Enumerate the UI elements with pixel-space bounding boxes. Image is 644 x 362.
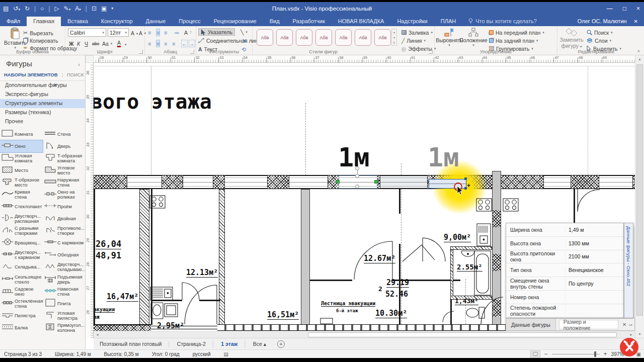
shape-data-row[interactable]: Высота окна1300 мм <box>506 237 623 250</box>
decrease-indent-icon[interactable]: ← <box>181 40 188 47</box>
tab-size-position[interactable]: Размер и положение <box>559 320 618 329</box>
shape-style-swatch[interactable]: Абв <box>296 29 312 46</box>
shape-master-opening[interactable]: Проём <box>43 201 86 213</box>
shape-data-side-tab[interactable]: Данные фигуры - Окно.452 <box>624 223 633 318</box>
underline-button[interactable]: Ч <box>85 40 88 47</box>
status-item-4[interactable]: Угол: 0 град <box>152 351 180 357</box>
paragraph-dialog-launcher-icon[interactable] <box>190 50 194 54</box>
panel-tab-stencils[interactable]: НАБОРЫ ЭЛЕМЕНТОВ <box>4 72 58 77</box>
shape-master-exterior-wall[interactable]: Наружная стена <box>43 176 86 189</box>
qat-more-icon[interactable]: ▾ <box>111 7 113 11</box>
stencil-item[interactable]: Структурные элементы <box>0 99 85 108</box>
font-color-button[interactable]: А <box>117 40 121 47</box>
increase-indent-icon[interactable]: → <box>189 40 195 47</box>
zoom-slider-thumb[interactable] <box>594 351 596 357</box>
vscroll-thumb[interactable] <box>636 64 643 316</box>
add-page-button[interactable]: + <box>277 340 285 348</box>
line-button[interactable]: ╱Линия▾ <box>401 37 426 44</box>
shape-master-corner-room[interactable]: Угловая комната <box>0 152 43 164</box>
font-family-select[interactable]: Calibri▾ <box>68 28 106 37</box>
tab-главная[interactable]: Главная <box>27 17 61 26</box>
zoom-slider[interactable] <box>552 354 600 354</box>
font-size-select[interactable]: 12пт▾ <box>108 28 129 37</box>
pointer-tool-icon[interactable]: ▷ <box>54 6 59 12</box>
shape-master-corner-pilaster[interactable]: Угловая пилястра <box>43 310 86 322</box>
stencil-item[interactable]: Размеры (техника) <box>0 108 85 117</box>
lasso-icon[interactable]: ○ <box>40 6 44 12</box>
shape-master-slab[interactable]: Плита <box>43 298 86 310</box>
shape-master-bypass-door[interactable]: Обходная <box>43 249 86 261</box>
shape-data-row[interactable]: Степень пожарной опасности <box>506 304 623 318</box>
delete-connector-icon[interactable]: ✕ <box>243 37 247 44</box>
text-direction-icon[interactable]: A⤴ <box>184 29 192 36</box>
group-icon[interactable]: ▣ <box>101 6 107 12</box>
panel-tab-search[interactable]: ПОИСК <box>67 72 84 77</box>
line-tool-icon[interactable]: ╲▾ <box>240 28 248 36</box>
page-tab-1[interactable]: Поэтажный план готовый <box>94 341 168 347</box>
shape-master-double-door[interactable]: Двойная <box>43 213 86 225</box>
shape-data-row[interactable]: Смещение окна внутрь стеныПо центру <box>506 277 623 291</box>
shape-master-door[interactable]: Дверь <box>43 140 86 152</box>
restore-button[interactable]: □ <box>623 5 626 12</box>
copy-button[interactable]: Копировать <box>23 37 58 44</box>
vertical-scrollbar[interactable]: ▲ ▼ <box>635 55 644 338</box>
save-icon[interactable]: ▤ <box>3 6 9 12</box>
shape-styles-dialog-launcher-icon[interactable] <box>429 50 433 54</box>
shape-master-curved-wall[interactable]: Кривая стена <box>0 189 43 201</box>
stencil-item[interactable]: Прочее <box>0 117 85 126</box>
tab-данные[interactable]: Данные <box>139 17 173 26</box>
shape-master-uneven-door[interactable]: С разными створками <box>0 225 43 237</box>
grow-font-icon[interactable]: A▴ <box>131 29 138 37</box>
tab-вставка[interactable]: Вставка <box>61 17 95 26</box>
shape-master-pocket-door[interactable]: С карманом <box>43 237 86 249</box>
close-panel-icon[interactable]: ✕ <box>620 322 628 327</box>
undo-icon[interactable]: ↺▾ <box>13 6 20 12</box>
scroll-down-icon[interactable]: ▼ <box>638 332 641 336</box>
pin-panel-icon[interactable]: ⊸ <box>628 322 634 327</box>
send-to-back-button[interactable]: На задний план▾ <box>489 37 538 44</box>
align-middle-icon[interactable]: ≡ <box>156 29 160 36</box>
status-item-2[interactable]: Ширина: 1,49 м <box>55 351 91 357</box>
position-button[interactable]: Положение▾ <box>461 28 486 47</box>
page-tab-4[interactable]: Все ▴ <box>247 341 272 347</box>
bold-button[interactable]: Ж <box>69 40 74 47</box>
tab-новая-вкладка[interactable]: НОВАЯ ВКЛАДКА <box>332 17 391 26</box>
shape-style-swatch[interactable]: Абв <box>374 29 391 46</box>
tab-разработчик[interactable]: Разработчик <box>286 17 332 26</box>
field-value[interactable]: 1,49 м <box>566 227 623 233</box>
tab-конструктор[interactable]: Конструктор <box>95 17 139 26</box>
shape-master-t-room[interactable]: Т-образная комната <box>43 152 86 164</box>
shape-master-double-pocket-door[interactable]: Двустворч... с карманом <box>0 249 43 261</box>
layers-button[interactable]: Слои▾ <box>587 37 611 44</box>
ink-icon[interactable]: ✎▾ <box>64 6 71 12</box>
shape-master-window[interactable]: Окно <box>0 140 43 152</box>
shape-master-opposing-door[interactable]: Противоле... створки <box>43 225 86 237</box>
vertical-ruler[interactable]: 3635343332313029282726 <box>86 63 94 338</box>
bring-to-front-button[interactable]: На передний план▾ <box>489 29 544 36</box>
align-bottom-icon[interactable]: ≡ <box>164 29 167 36</box>
justify-icon[interactable]: ≡ <box>172 40 175 47</box>
shape-data-row[interactable]: Высота притолоки окна2100 мм <box>506 250 623 264</box>
cut-button[interactable]: ✂Вырезать <box>23 29 53 37</box>
shape-style-swatch[interactable]: Абв <box>276 29 293 46</box>
font-color-dropdown[interactable]: ▾ <box>125 41 127 48</box>
scroll-left-icon[interactable]: ◄ <box>96 333 99 336</box>
align-right-icon[interactable]: ≡ <box>164 40 167 47</box>
align-button[interactable]: Выровнять▾ <box>438 28 461 47</box>
fit-window-icon[interactable]: ⊡ <box>92 6 97 12</box>
shape-master-double-swing-door[interactable]: Двустворч... распашная <box>0 213 43 225</box>
page-tab-2[interactable]: Страница-2 <box>171 341 212 347</box>
stencil-item[interactable]: Экспресс-фигуры <box>0 90 85 99</box>
status-item-3[interactable]: Высота: 0,35 м <box>104 351 139 357</box>
panel-collapse-icon[interactable]: ‹ <box>78 61 80 67</box>
shape-style-swatch[interactable]: Абв <box>257 29 273 46</box>
shape-master-pilaster[interactable]: Пилястра <box>0 310 43 322</box>
shape-master-bifold-door[interactable]: Двустворч... складываю... <box>43 261 86 273</box>
close-button[interactable]: × <box>636 5 640 12</box>
tab-file[interactable]: Файл <box>0 17 27 26</box>
shape-master-glass-unit[interactable]: Стеклопакет <box>0 201 43 213</box>
tab-рецензирование[interactable]: Рецензирование <box>207 17 263 26</box>
font-dialog-launcher-icon[interactable] <box>139 50 143 54</box>
shape-master-corner-space[interactable]: Угловое место <box>43 164 86 176</box>
shape-master-garden-window[interactable]: Садовое окно <box>0 286 43 298</box>
